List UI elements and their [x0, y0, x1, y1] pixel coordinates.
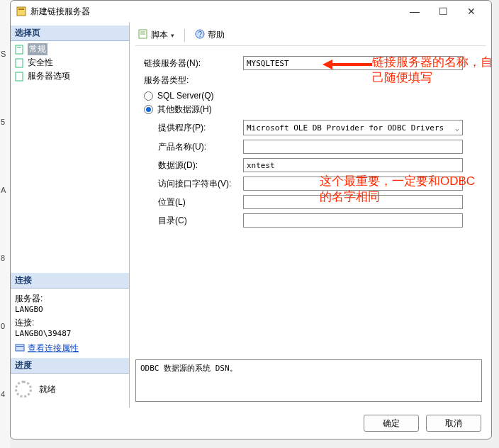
providerstr-input[interactable] — [243, 177, 463, 191]
help-button[interactable]: ? 帮助 — [192, 28, 228, 43]
product-input[interactable] — [243, 140, 463, 154]
ready-text: 就绪 — [39, 383, 56, 396]
script-button[interactable]: 脚本 ▾ — [135, 28, 177, 43]
section-connection: 连接 — [11, 272, 129, 289]
linked-server-label: 链接服务器(N): — [137, 57, 243, 69]
help-icon: ? — [195, 29, 205, 41]
view-connection-props-link[interactable]: 查看连接属性 — [11, 340, 129, 357]
svg-text:?: ? — [198, 30, 203, 38]
svg-rect-2 — [16, 45, 23, 54]
catalog-label: 目录(C) — [137, 215, 243, 227]
server-value: LANGBO — [15, 305, 125, 314]
linked-server-input[interactable] — [243, 56, 463, 70]
radio-sqlserver[interactable]: SQL Server(Q) — [137, 91, 484, 101]
spinner-icon — [15, 381, 32, 398]
script-label: 脚本 — [151, 29, 168, 41]
radio-sql-label: SQL Server(Q) — [157, 91, 214, 101]
location-input[interactable] — [243, 195, 463, 209]
svg-rect-0 — [17, 7, 26, 16]
providerstr-label: 访问接口字符串(V): — [137, 178, 243, 190]
svg-rect-4 — [16, 59, 23, 67]
sidebar-item-label: 安全性 — [28, 57, 53, 69]
section-select-page: 选择页 — [11, 25, 129, 41]
sidebar-item-serveroptions[interactable]: 服务器选项 — [15, 69, 125, 83]
provider-combo[interactable]: Microsoft OLE DB Provider for ODBC Drive… — [243, 120, 463, 135]
maximize-button[interactable]: ☐ — [429, 3, 457, 20]
radio-other-label: 其他数据源(H) — [157, 103, 212, 116]
provider-value: Microsoft OLE DB Provider for ODBC Drive… — [247, 123, 444, 133]
page-icon — [15, 45, 25, 55]
svg-rect-5 — [16, 72, 23, 81]
page-icon — [15, 58, 25, 68]
sidebar-item-general[interactable]: 常规 — [15, 43, 125, 56]
footer: 确定 取消 — [11, 408, 491, 439]
page-icon — [15, 72, 25, 82]
radio-icon — [144, 91, 153, 101]
chevron-down-icon: ▾ — [171, 32, 174, 39]
cancel-button[interactable]: 取消 — [426, 415, 481, 432]
separator — [184, 29, 185, 42]
help-label: 帮助 — [208, 29, 225, 41]
view-connection-props-text: 查看连接属性 — [28, 342, 79, 354]
radio-icon — [144, 105, 153, 114]
svg-rect-3 — [17, 47, 21, 47]
description-box: ODBC 数据源的系统 DSN。 — [135, 359, 482, 402]
conn-value: LANGBO\39487 — [15, 329, 125, 338]
datasource-input[interactable] — [243, 158, 463, 172]
svg-rect-6 — [16, 345, 24, 351]
properties-icon — [15, 342, 25, 354]
right-pane: 脚本 ▾ ? 帮助 链接服务器(N): 服务器类型: — [130, 22, 491, 408]
location-label: 位置(L) — [137, 196, 243, 208]
close-button[interactable]: ✕ — [457, 3, 486, 20]
catalog-input[interactable] — [243, 213, 463, 228]
window-title: 新建链接服务器 — [30, 6, 400, 18]
svg-rect-7 — [16, 346, 23, 347]
form-area: 链接服务器(N): 服务器类型: SQL Server(Q) 其他数据源(H) … — [135, 46, 486, 402]
server-type-label: 服务器类型: — [137, 74, 243, 86]
sidebar-item-label: 服务器选项 — [28, 70, 70, 82]
background-strip: S5A 804 — [0, 0, 10, 448]
svg-rect-1 — [18, 9, 24, 10]
app-icon — [16, 6, 26, 16]
sidebar-item-security[interactable]: 安全性 — [15, 56, 125, 69]
script-icon — [138, 29, 148, 41]
toolbar: 脚本 ▾ ? 帮助 — [135, 25, 486, 46]
conn-label: 连接: — [15, 317, 125, 329]
ok-button[interactable]: 确定 — [364, 415, 419, 432]
section-progress: 进度 — [11, 357, 129, 374]
datasource-label: 数据源(D): — [137, 159, 243, 172]
server-label: 服务器: — [15, 293, 125, 305]
radio-other-datasource[interactable]: 其他数据源(H) — [137, 103, 484, 116]
product-label: 产品名称(U): — [137, 141, 243, 153]
sidebar-item-label: 常规 — [28, 43, 47, 55]
dialog-window: 新建链接服务器 — ☐ ✕ 选择页 常规 安全性 服务器选项 — [10, 0, 492, 439]
provider-label: 提供程序(P): — [137, 122, 243, 134]
sidebar: 选择页 常规 安全性 服务器选项 连接 服务器: LANGBO — [11, 22, 130, 408]
chevron-down-icon: ⌄ — [455, 124, 459, 132]
titlebar[interactable]: 新建链接服务器 — ☐ ✕ — [11, 1, 491, 22]
minimize-button[interactable]: — — [400, 3, 429, 20]
